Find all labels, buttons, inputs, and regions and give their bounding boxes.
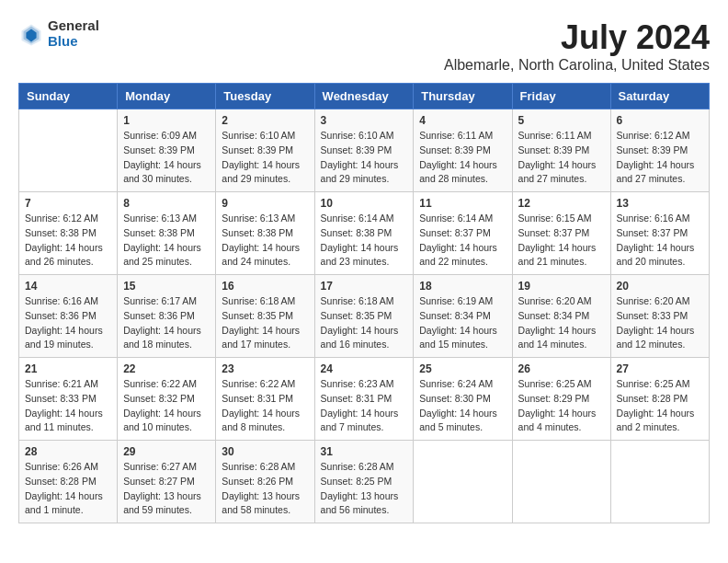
day-number: 21 (25, 362, 111, 375)
day-info: Sunrise: 6:16 AM Sunset: 8:36 PM Dayligh… (25, 294, 111, 352)
day-number: 18 (419, 280, 506, 293)
day-info: Sunrise: 6:28 AM Sunset: 8:25 PM Dayligh… (321, 460, 408, 518)
day-info: Sunrise: 6:11 AM Sunset: 8:39 PM Dayligh… (419, 129, 506, 187)
calendar-cell: 10Sunrise: 6:14 AM Sunset: 8:38 PM Dayli… (314, 192, 414, 275)
day-number: 29 (123, 445, 210, 458)
subtitle: Albemarle, North Carolina, United States (444, 57, 710, 74)
day-info: Sunrise: 6:23 AM Sunset: 8:31 PM Dayligh… (321, 377, 408, 435)
calendar-cell: 15Sunrise: 6:17 AM Sunset: 8:36 PM Dayli… (118, 275, 216, 358)
calendar-cell: 4Sunrise: 6:11 AM Sunset: 8:39 PM Daylig… (414, 109, 512, 192)
day-info: Sunrise: 6:22 AM Sunset: 8:31 PM Dayligh… (222, 377, 308, 435)
calendar-week-1: 1Sunrise: 6:09 AM Sunset: 8:39 PM Daylig… (19, 109, 710, 192)
calendar-cell: 5Sunrise: 6:11 AM Sunset: 8:39 PM Daylig… (512, 109, 610, 192)
calendar-cell: 26Sunrise: 6:25 AM Sunset: 8:29 PM Dayli… (512, 358, 610, 441)
logo-icon (18, 21, 44, 47)
calendar-cell: 9Sunrise: 6:13 AM Sunset: 8:38 PM Daylig… (216, 192, 314, 275)
calendar-cell: 28Sunrise: 6:26 AM Sunset: 8:28 PM Dayli… (19, 441, 118, 523)
column-header-sunday: Sunday (19, 84, 118, 109)
day-info: Sunrise: 6:13 AM Sunset: 8:38 PM Dayligh… (123, 212, 210, 270)
main-title: July 2024 (444, 18, 710, 57)
calendar-week-3: 14Sunrise: 6:16 AM Sunset: 8:36 PM Dayli… (19, 275, 710, 358)
calendar-cell: 17Sunrise: 6:18 AM Sunset: 8:35 PM Dayli… (314, 275, 414, 358)
day-info: Sunrise: 6:12 AM Sunset: 8:39 PM Dayligh… (617, 129, 703, 187)
day-number: 17 (321, 280, 408, 293)
column-header-saturday: Saturday (610, 84, 709, 109)
day-number: 10 (321, 197, 408, 210)
day-info: Sunrise: 6:27 AM Sunset: 8:27 PM Dayligh… (123, 460, 210, 518)
header-row: SundayMondayTuesdayWednesdayThursdayFrid… (19, 84, 710, 109)
day-number: 6 (617, 114, 703, 127)
column-header-monday: Monday (118, 84, 216, 109)
day-info: Sunrise: 6:14 AM Sunset: 8:38 PM Dayligh… (321, 212, 408, 270)
day-number: 25 (419, 362, 506, 375)
day-info: Sunrise: 6:25 AM Sunset: 8:29 PM Dayligh… (518, 377, 605, 435)
calendar-cell: 3Sunrise: 6:10 AM Sunset: 8:39 PM Daylig… (314, 109, 414, 192)
day-number: 4 (419, 114, 506, 127)
calendar-cell: 25Sunrise: 6:24 AM Sunset: 8:30 PM Dayli… (414, 358, 512, 441)
day-number: 5 (518, 114, 605, 127)
day-number: 19 (518, 280, 605, 293)
day-number: 26 (518, 362, 605, 375)
day-number: 7 (25, 197, 111, 210)
day-number: 20 (617, 280, 703, 293)
day-number: 23 (222, 362, 308, 375)
calendar-table: SundayMondayTuesdayWednesdayThursdayFrid… (18, 83, 710, 523)
day-info: Sunrise: 6:18 AM Sunset: 8:35 PM Dayligh… (321, 294, 408, 352)
calendar-cell (512, 441, 610, 523)
day-info: Sunrise: 6:16 AM Sunset: 8:37 PM Dayligh… (617, 212, 703, 270)
column-header-wednesday: Wednesday (314, 84, 414, 109)
day-number: 15 (123, 280, 210, 293)
day-info: Sunrise: 6:25 AM Sunset: 8:28 PM Dayligh… (617, 377, 703, 435)
calendar-cell: 30Sunrise: 6:28 AM Sunset: 8:26 PM Dayli… (216, 441, 314, 523)
calendar-cell: 12Sunrise: 6:15 AM Sunset: 8:37 PM Dayli… (512, 192, 610, 275)
day-info: Sunrise: 6:12 AM Sunset: 8:38 PM Dayligh… (25, 212, 111, 270)
day-info: Sunrise: 6:11 AM Sunset: 8:39 PM Dayligh… (518, 129, 605, 187)
day-number: 22 (123, 362, 210, 375)
day-number: 27 (617, 362, 703, 375)
calendar-cell: 31Sunrise: 6:28 AM Sunset: 8:25 PM Dayli… (314, 441, 414, 523)
calendar-cell: 19Sunrise: 6:20 AM Sunset: 8:34 PM Dayli… (512, 275, 610, 358)
calendar-cell: 18Sunrise: 6:19 AM Sunset: 8:34 PM Dayli… (414, 275, 512, 358)
day-info: Sunrise: 6:21 AM Sunset: 8:33 PM Dayligh… (25, 377, 111, 435)
day-info: Sunrise: 6:15 AM Sunset: 8:37 PM Dayligh… (518, 212, 605, 270)
day-number: 2 (222, 114, 308, 127)
column-header-thursday: Thursday (414, 84, 512, 109)
day-number: 16 (222, 280, 308, 293)
calendar-cell: 8Sunrise: 6:13 AM Sunset: 8:38 PM Daylig… (118, 192, 216, 275)
calendar-cell: 6Sunrise: 6:12 AM Sunset: 8:39 PM Daylig… (610, 109, 709, 192)
day-info: Sunrise: 6:09 AM Sunset: 8:39 PM Dayligh… (123, 129, 210, 187)
day-number: 28 (25, 445, 111, 458)
column-header-friday: Friday (512, 84, 610, 109)
day-number: 1 (123, 114, 210, 127)
day-info: Sunrise: 6:20 AM Sunset: 8:33 PM Dayligh… (617, 294, 703, 352)
day-info: Sunrise: 6:28 AM Sunset: 8:26 PM Dayligh… (222, 460, 308, 518)
column-header-tuesday: Tuesday (216, 84, 314, 109)
calendar-cell: 22Sunrise: 6:22 AM Sunset: 8:32 PM Dayli… (118, 358, 216, 441)
title-block: July 2024 Albemarle, North Carolina, Uni… (444, 18, 710, 74)
logo-line1: General (48, 18, 99, 34)
logo-text: General Blue (48, 18, 99, 49)
day-info: Sunrise: 6:13 AM Sunset: 8:38 PM Dayligh… (222, 212, 308, 270)
calendar-week-4: 21Sunrise: 6:21 AM Sunset: 8:33 PM Dayli… (19, 358, 710, 441)
day-info: Sunrise: 6:26 AM Sunset: 8:28 PM Dayligh… (25, 460, 111, 518)
calendar-cell: 13Sunrise: 6:16 AM Sunset: 8:37 PM Dayli… (610, 192, 709, 275)
day-info: Sunrise: 6:10 AM Sunset: 8:39 PM Dayligh… (321, 129, 408, 187)
day-number: 12 (518, 197, 605, 210)
day-number: 11 (419, 197, 506, 210)
day-number: 3 (321, 114, 408, 127)
calendar-header: SundayMondayTuesdayWednesdayThursdayFrid… (19, 84, 710, 109)
logo: General Blue (18, 18, 99, 49)
day-number: 8 (123, 197, 210, 210)
calendar-cell: 21Sunrise: 6:21 AM Sunset: 8:33 PM Dayli… (19, 358, 118, 441)
calendar-cell: 24Sunrise: 6:23 AM Sunset: 8:31 PM Dayli… (314, 358, 414, 441)
calendar-cell: 29Sunrise: 6:27 AM Sunset: 8:27 PM Dayli… (118, 441, 216, 523)
day-info: Sunrise: 6:17 AM Sunset: 8:36 PM Dayligh… (123, 294, 210, 352)
calendar-cell: 23Sunrise: 6:22 AM Sunset: 8:31 PM Dayli… (216, 358, 314, 441)
header: General Blue July 2024 Albemarle, North … (18, 18, 710, 74)
calendar-week-5: 28Sunrise: 6:26 AM Sunset: 8:28 PM Dayli… (19, 441, 710, 523)
day-info: Sunrise: 6:19 AM Sunset: 8:34 PM Dayligh… (419, 294, 506, 352)
calendar-cell (414, 441, 512, 523)
calendar-body: 1Sunrise: 6:09 AM Sunset: 8:39 PM Daylig… (19, 109, 710, 523)
calendar-cell (610, 441, 709, 523)
calendar-cell: 16Sunrise: 6:18 AM Sunset: 8:35 PM Dayli… (216, 275, 314, 358)
